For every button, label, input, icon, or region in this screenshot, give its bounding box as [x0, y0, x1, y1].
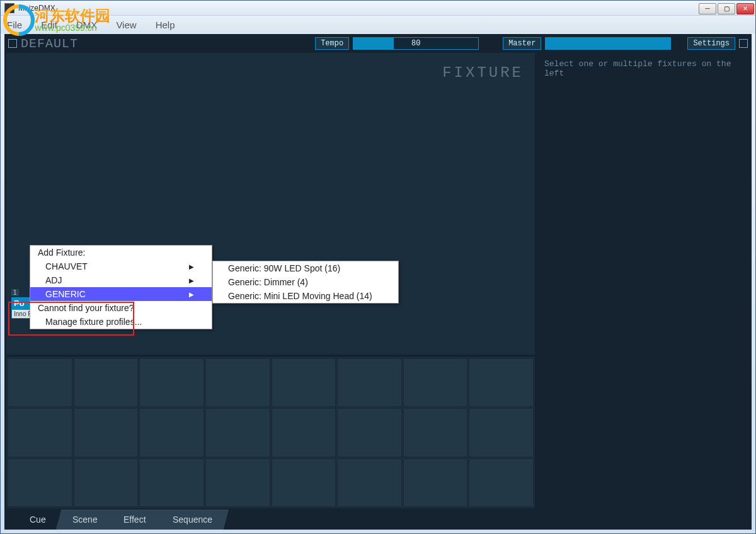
- grid-cell[interactable]: [403, 408, 468, 457]
- grid-cell[interactable]: [469, 358, 534, 407]
- settings-button[interactable]: Settings: [687, 37, 735, 50]
- grid-cell[interactable]: [403, 358, 468, 407]
- tempo-value: 80: [353, 39, 478, 48]
- fixture-panel-label: FIXTURE: [442, 64, 524, 81]
- app-window: MaizeDMX ─ ▢ ✕ File Edit DMX View Help D…: [0, 0, 756, 534]
- grid-cell[interactable]: [205, 458, 270, 507]
- header-checkbox[interactable]: [8, 39, 17, 48]
- ctx-cannot-find: Cannot find your fixture?: [30, 301, 212, 315]
- grid-cell[interactable]: [139, 408, 204, 457]
- menu-edit[interactable]: Edit: [41, 20, 57, 30]
- app-surface: DEFAULT Tempo 80 Master Settings FIXTURE: [4, 34, 752, 530]
- tab-sequence[interactable]: Sequence: [156, 509, 229, 530]
- grid-cell[interactable]: [8, 458, 72, 507]
- ctx-item-adj[interactable]: ADJ▶: [30, 273, 212, 287]
- grid-cell[interactable]: [205, 408, 270, 457]
- grid-cell[interactable]: [74, 458, 139, 507]
- close-button[interactable]: ✕: [736, 3, 754, 14]
- header-bar: DEFAULT Tempo 80 Master Settings: [4, 34, 752, 53]
- grid-cell[interactable]: [8, 358, 72, 407]
- window-title: MaizeDMX: [18, 4, 699, 13]
- menu-help[interactable]: Help: [156, 20, 175, 30]
- context-menu-add-fixture: Add Fixture: CHAUVET▶ ADJ▶ GENERIC▶ Cann…: [30, 245, 212, 329]
- tempo-label-chip[interactable]: Tempo: [315, 37, 349, 50]
- grid-cell[interactable]: [139, 358, 204, 407]
- grid-cell[interactable]: [469, 458, 534, 507]
- chevron-right-icon: ▶: [189, 291, 194, 298]
- menubar: File Edit DMX View Help: [1, 16, 755, 33]
- context-submenu-generic: Generic: 90W LED Spot (16) Generic: Dimm…: [212, 261, 399, 304]
- app-icon: [4, 3, 14, 13]
- ctx-sub-90w[interactable]: Generic: 90W LED Spot (16): [213, 261, 398, 275]
- ctx-sub-mini[interactable]: Generic: Mini LED Moving Head (14): [213, 289, 398, 303]
- maximize-button[interactable]: ▢: [718, 3, 735, 14]
- master-label-chip[interactable]: Master: [503, 37, 541, 50]
- titlebar: MaizeDMX ─ ▢ ✕: [1, 1, 755, 16]
- tabs-bar: Cue Scene Effect Sequence: [4, 508, 537, 530]
- grid-cell[interactable]: [272, 358, 336, 407]
- cue-grid: [6, 357, 535, 508]
- tab-scene[interactable]: Scene: [55, 509, 113, 530]
- chevron-right-icon: ▶: [189, 277, 194, 284]
- master-slider[interactable]: [545, 37, 671, 50]
- ctx-sub-dimmer[interactable]: Generic: Dimmer (4): [213, 275, 398, 289]
- grid-cell[interactable]: [205, 358, 270, 407]
- grid-cell[interactable]: [337, 458, 402, 507]
- ctx-item-generic[interactable]: GENERIC▶: [30, 287, 212, 301]
- grid-cell[interactable]: [139, 458, 204, 507]
- tab-effect[interactable]: Effect: [107, 509, 163, 530]
- grid-cell[interactable]: [403, 458, 468, 507]
- grid-cell[interactable]: [337, 358, 402, 407]
- window-controls: ─ ▢ ✕: [699, 2, 755, 14]
- grid-cell[interactable]: [272, 408, 336, 457]
- project-title: DEFAULT: [21, 37, 78, 51]
- grid-cell[interactable]: [272, 458, 336, 507]
- ctx-title: Add Fixture:: [30, 246, 212, 259]
- chevron-right-icon: ▶: [189, 263, 194, 270]
- menu-view[interactable]: View: [116, 20, 136, 30]
- menu-file[interactable]: File: [7, 20, 22, 30]
- grid-cell[interactable]: [8, 408, 72, 457]
- settings-checkbox[interactable]: [739, 39, 748, 48]
- grid-cell[interactable]: [337, 408, 402, 457]
- menu-dmx[interactable]: DMX: [76, 20, 97, 30]
- right-panel-hint: Select one or multiple fixtures on the l…: [544, 59, 744, 78]
- right-panel: Select one or multiple fixtures on the l…: [537, 53, 752, 530]
- ctx-item-chauvet[interactable]: CHAUVET▶: [30, 259, 212, 273]
- fixture-index: 1: [11, 289, 19, 296]
- tab-cue[interactable]: Cue: [16, 509, 60, 530]
- grid-cell[interactable]: [74, 358, 139, 407]
- minimize-button[interactable]: ─: [699, 3, 716, 14]
- grid-cell[interactable]: [469, 408, 534, 457]
- master-fill: [546, 38, 670, 49]
- ctx-manage-profiles[interactable]: Manage fixture profiles...: [30, 315, 212, 329]
- grid-cell[interactable]: [74, 408, 139, 457]
- tempo-slider[interactable]: 80: [353, 37, 479, 50]
